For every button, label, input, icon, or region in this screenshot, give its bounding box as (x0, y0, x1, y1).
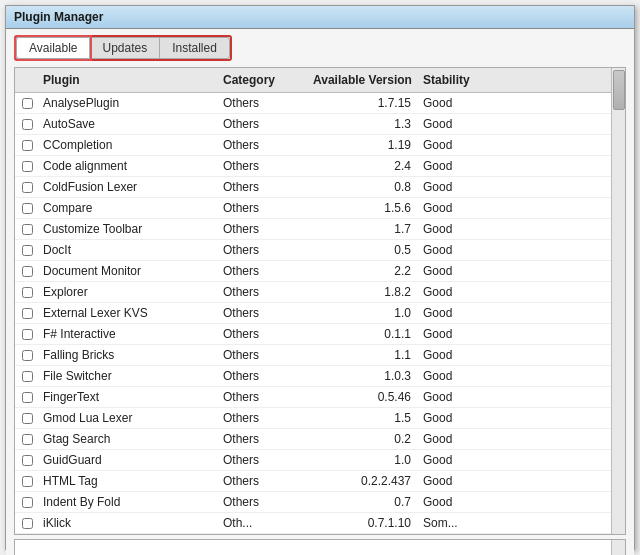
row-checkbox-cell[interactable] (15, 409, 39, 427)
row-checkbox[interactable] (22, 392, 33, 403)
row-checkbox-cell[interactable] (15, 199, 39, 217)
row-checkbox[interactable] (22, 287, 33, 298)
row-checkbox[interactable] (22, 224, 33, 235)
row-version: 2.2 (309, 262, 419, 280)
tab-available[interactable]: Available (16, 37, 90, 59)
table-row[interactable]: File Switcher Others 1.0.3 Good (15, 366, 625, 387)
table-row[interactable]: Gmod Lua Lexer Others 1.5 Good (15, 408, 625, 429)
table-row[interactable]: Explorer Others 1.8.2 Good (15, 282, 625, 303)
row-checkbox[interactable] (22, 497, 33, 508)
table-row[interactable]: iKlick Oth... 0.7.1.10 Som... (15, 513, 625, 534)
row-checkbox[interactable] (22, 455, 33, 466)
table-row[interactable]: HTML Tag Others 0.2.2.437 Good (15, 471, 625, 492)
scrollbar-track[interactable] (611, 68, 625, 534)
table-row[interactable]: DocIt Others 0.5 Good (15, 240, 625, 261)
plugin-manager-window: Plugin Manager Available Updates Install… (5, 5, 635, 550)
row-checkbox[interactable] (22, 182, 33, 193)
table-row[interactable]: External Lexer KVS Others 1.0 Good (15, 303, 625, 324)
col-category: Category (219, 71, 309, 89)
row-checkbox-cell[interactable] (15, 157, 39, 175)
tab-updates[interactable]: Updates (90, 37, 160, 59)
row-category: Others (219, 346, 309, 364)
row-stability: Good (419, 283, 499, 301)
tab-installed[interactable]: Installed (160, 37, 230, 59)
table-row[interactable]: AnalysePlugin Others 1.7.15 Good (15, 93, 625, 114)
row-checkbox[interactable] (22, 350, 33, 361)
table-row[interactable]: AutoSave Others 1.3 Good (15, 114, 625, 135)
table-row[interactable]: GuidGuard Others 1.0 Good (15, 450, 625, 471)
row-extra (499, 430, 625, 448)
table-row[interactable]: CCompletion Others 1.19 Good (15, 135, 625, 156)
row-checkbox-cell[interactable] (15, 451, 39, 469)
row-version: 0.2 (309, 430, 419, 448)
row-checkbox[interactable] (22, 434, 33, 445)
row-checkbox-cell[interactable] (15, 304, 39, 322)
row-checkbox-cell[interactable] (15, 430, 39, 448)
row-extra (499, 409, 625, 427)
table-row[interactable]: Indent By Fold Others 0.7 Good (15, 492, 625, 513)
lower-scrollbar[interactable] (611, 540, 625, 555)
row-checkbox-cell[interactable] (15, 367, 39, 385)
row-stability: Good (419, 157, 499, 175)
row-extra (499, 115, 625, 133)
table-row[interactable]: FingerText Others 0.5.46 Good (15, 387, 625, 408)
row-checkbox-cell[interactable] (15, 136, 39, 154)
row-plugin: Customize Toolbar (39, 220, 219, 238)
row-checkbox[interactable] (22, 140, 33, 151)
table-row[interactable]: Falling Bricks Others 1.1 Good (15, 345, 625, 366)
row-checkbox-cell[interactable] (15, 262, 39, 280)
row-checkbox[interactable] (22, 119, 33, 130)
row-checkbox[interactable] (22, 98, 33, 109)
row-plugin: CCompletion (39, 136, 219, 154)
row-checkbox[interactable] (22, 413, 33, 424)
row-checkbox[interactable] (22, 476, 33, 487)
row-checkbox-cell[interactable] (15, 346, 39, 364)
col-stability: Stability (419, 71, 499, 89)
table-row[interactable]: F# Interactive Others 0.1.1 Good (15, 324, 625, 345)
row-checkbox-cell[interactable] (15, 472, 39, 490)
row-checkbox-cell[interactable] (15, 220, 39, 238)
row-plugin: AutoSave (39, 115, 219, 133)
row-plugin: FingerText (39, 388, 219, 406)
row-stability: Good (419, 409, 499, 427)
row-checkbox[interactable] (22, 329, 33, 340)
row-checkbox-cell[interactable] (15, 493, 39, 511)
row-stability: Good (419, 388, 499, 406)
table-row[interactable]: Code alignment Others 2.4 Good (15, 156, 625, 177)
row-extra (499, 346, 625, 364)
row-extra (499, 199, 625, 217)
row-checkbox-cell[interactable] (15, 514, 39, 532)
row-extra (499, 514, 625, 532)
table-row[interactable]: Customize Toolbar Others 1.7 Good (15, 219, 625, 240)
row-plugin: GuidGuard (39, 451, 219, 469)
row-checkbox[interactable] (22, 245, 33, 256)
row-checkbox-cell[interactable] (15, 94, 39, 112)
row-checkbox-cell[interactable] (15, 115, 39, 133)
scrollbar-thumb[interactable] (613, 70, 625, 110)
lower-panel (14, 539, 626, 555)
row-checkbox[interactable] (22, 518, 33, 529)
row-plugin: File Switcher (39, 367, 219, 385)
table-row[interactable]: Document Monitor Others 2.2 Good (15, 261, 625, 282)
row-version: 0.7 (309, 493, 419, 511)
row-checkbox-cell[interactable] (15, 325, 39, 343)
row-checkbox[interactable] (22, 266, 33, 277)
table-row[interactable]: Compare Others 1.5.6 Good (15, 198, 625, 219)
row-checkbox[interactable] (22, 308, 33, 319)
row-version: 1.0.3 (309, 367, 419, 385)
table-row[interactable]: ColdFusion Lexer Others 0.8 Good (15, 177, 625, 198)
row-checkbox-cell[interactable] (15, 241, 39, 259)
row-stability: Good (419, 451, 499, 469)
row-checkbox-cell[interactable] (15, 388, 39, 406)
row-extra (499, 493, 625, 511)
row-checkbox[interactable] (22, 161, 33, 172)
table-row[interactable]: Gtag Search Others 0.2 Good (15, 429, 625, 450)
row-checkbox[interactable] (22, 371, 33, 382)
row-checkbox-cell[interactable] (15, 178, 39, 196)
row-version: 1.0 (309, 451, 419, 469)
row-checkbox[interactable] (22, 203, 33, 214)
row-checkbox-cell[interactable] (15, 283, 39, 301)
row-extra (499, 178, 625, 196)
row-category: Others (219, 493, 309, 511)
window-content: Available Updates Installed Plugin Categ… (6, 29, 634, 555)
